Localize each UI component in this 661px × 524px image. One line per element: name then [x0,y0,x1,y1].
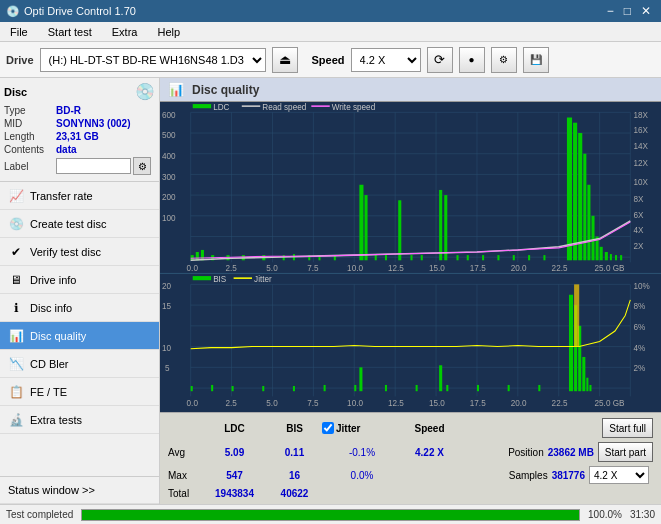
svg-rect-114 [232,386,234,391]
total-label: Total [168,488,202,499]
minimize-button[interactable]: − [603,4,618,18]
progress-bar-fill [82,510,579,520]
svg-text:600: 600 [162,110,176,119]
menu-extra[interactable]: Extra [106,24,144,40]
svg-rect-123 [508,385,510,391]
svg-rect-50 [573,123,577,261]
svg-text:5.0: 5.0 [266,264,278,273]
drive-select[interactable]: (H:) HL-DT-ST BD-RE WH16NS48 1.D3 [40,48,266,72]
max-ldc: 547 [202,470,267,481]
eject-button[interactable]: ⏏ [272,47,298,73]
svg-text:200: 200 [162,193,176,202]
svg-text:6%: 6% [633,323,645,332]
svg-text:500: 500 [162,131,176,140]
status-window-label: Status window >> [8,484,95,496]
max-label: Max [168,470,202,481]
svg-rect-93 [160,274,661,412]
svg-text:4%: 4% [633,343,645,352]
drive-label: Drive [6,54,34,66]
svg-text:10.0: 10.0 [347,264,363,273]
status-window-nav[interactable]: Status window >> [0,476,159,504]
sidebar-item-create-test-disc[interactable]: 💿 Create test disc [0,210,159,238]
svg-text:100: 100 [162,214,176,223]
svg-text:2.5: 2.5 [225,264,237,273]
svg-text:10.0: 10.0 [347,398,363,407]
settings-button[interactable]: ⚙ [491,47,517,73]
maximize-button[interactable]: □ [620,4,635,18]
jitter-checkbox[interactable] [322,422,334,434]
svg-text:15.0: 15.0 [429,264,445,273]
svg-rect-119 [385,385,387,391]
stats-speed-header: Speed [402,423,457,434]
menu-help[interactable]: Help [151,24,186,40]
menu-file[interactable]: File [4,24,34,40]
position-value: 23862 MB [548,447,594,458]
svg-rect-38 [375,255,377,260]
svg-rect-40 [411,255,413,260]
save-button[interactable]: 💾 [523,47,549,73]
disc-label-input[interactable] [56,158,131,174]
bottom-chart-svg: 20 15 10 5 10% 8% 6% 4% 2% 0.0 2.5 5.0 [160,274,661,412]
disc-quality-header-icon: 📊 [168,82,184,97]
disc-panel: Disc 💿 Type BD-R MID SONYNN3 (002) Lengt… [0,78,159,182]
speed-val-select[interactable]: 4.2 X [589,466,649,484]
sidebar-item-drive-info[interactable]: 🖥 Drive info [0,266,159,294]
bottom-chart: 20 15 10 5 10% 8% 6% 4% 2% 0.0 2.5 5.0 [160,274,661,412]
svg-text:15.0: 15.0 [429,398,445,407]
toolbar: Drive (H:) HL-DT-ST BD-RE WH16NS48 1.D3 … [0,42,661,78]
sidebar-item-fe-te[interactable]: 📋 FE / TE [0,378,159,406]
svg-rect-59 [615,255,617,260]
sidebar-item-cd-bler[interactable]: 📉 CD Bler [0,350,159,378]
sidebar-item-disc-info[interactable]: ℹ Disc info [0,294,159,322]
total-ldc: 1943834 [202,488,267,499]
svg-rect-44 [482,255,484,260]
total-bis: 40622 [267,488,322,499]
svg-rect-42 [457,255,459,260]
refresh-button[interactable]: ⟳ [427,47,453,73]
record-button[interactable]: ● [459,47,485,73]
svg-text:12.5: 12.5 [388,264,404,273]
svg-rect-130 [582,357,585,391]
svg-text:5: 5 [165,364,170,373]
svg-text:6X: 6X [633,211,644,220]
svg-rect-118 [354,385,356,391]
main-area: Disc 💿 Type BD-R MID SONYNN3 (002) Lengt… [0,78,661,504]
max-bis: 16 [267,470,322,481]
disc-quality-title: Disc quality [192,83,259,97]
start-full-button[interactable]: Start full [602,418,653,438]
status-time: 31:30 [630,509,655,520]
disc-quality-icon: 📊 [8,328,24,344]
menu-start-test[interactable]: Start test [42,24,98,40]
svg-rect-113 [211,385,213,391]
sidebar-item-verify-test-disc[interactable]: ✔ Verify test disc [0,238,159,266]
speed-select[interactable]: 4.2 X [351,48,421,72]
sidebar-item-create-test-disc-label: Create test disc [30,218,106,230]
position-label: Position [508,447,544,458]
drive-info-icon: 🖥 [8,272,24,288]
svg-rect-22 [196,252,199,260]
menu-bar: File Start test Extra Help [0,22,661,42]
disc-label-button[interactable]: ⚙ [133,157,151,175]
app-title: Opti Drive Control 1.70 [24,5,136,17]
sidebar-item-disc-quality[interactable]: 📊 Disc quality [0,322,159,350]
disc-panel-header: Disc 💿 [4,82,155,101]
svg-text:20.0: 20.0 [511,264,527,273]
max-jitter: 0.0% [322,470,402,481]
start-part-button[interactable]: Start part [598,442,653,462]
sidebar-item-transfer-rate[interactable]: 📈 Transfer rate [0,182,159,210]
disc-contents-label: Contents [4,144,56,155]
disc-mid-row: MID SONYNN3 (002) [4,118,155,129]
samples-label: Samples [509,470,548,481]
svg-text:7.5: 7.5 [307,264,319,273]
svg-text:12X: 12X [633,159,648,168]
svg-rect-116 [293,386,295,391]
disc-quality-header: 📊 Disc quality [160,78,661,102]
avg-label: Avg [168,447,202,458]
svg-text:2.5: 2.5 [225,398,237,407]
svg-rect-53 [587,185,590,261]
sidebar-item-extra-tests[interactable]: 🔬 Extra tests [0,406,159,434]
close-button[interactable]: ✕ [637,4,655,18]
speed-value: 4.22 X [415,447,444,458]
svg-text:2%: 2% [633,364,645,373]
disc-length-label: Length [4,131,56,142]
